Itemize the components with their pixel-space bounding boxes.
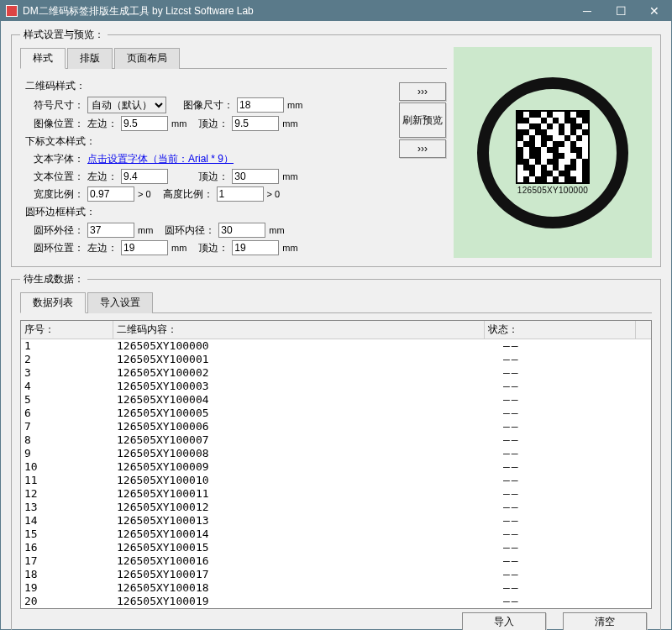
preview-panel: 126505XY100000	[454, 47, 652, 258]
window-title: DM二维码标签排版生成工具 by Lizcst Software Lab	[23, 4, 570, 18]
table-row[interactable]: 17126505XY100016——	[21, 554, 651, 568]
data-table: 序号： 二维码内容： 状态： 1126505XY100000——2126505X…	[20, 320, 652, 609]
ring-outer-label: 圆环外径：	[34, 223, 84, 238]
table-row[interactable]: 1126505XY100000——	[21, 339, 651, 353]
ring-outer-input[interactable]	[87, 223, 134, 238]
style-preview-legend: 样式设置与预览：	[20, 28, 108, 42]
tab-data-list[interactable]: 数据列表	[20, 292, 86, 313]
qr-section-label: 二维码样式：	[25, 79, 398, 93]
table-row[interactable]: 5126505XY100004——	[21, 393, 651, 407]
width-ratio-label: 宽度比例：	[34, 187, 84, 202]
app-icon	[6, 5, 18, 17]
table-row[interactable]: 13126505XY100012——	[21, 501, 651, 514]
app-window: DM二维码标签排版生成工具 by Lizcst Software Lab ─ ☐…	[0, 0, 672, 630]
maximize-button[interactable]: ☐	[604, 1, 638, 21]
table-row[interactable]: 16126505XY100015——	[21, 541, 651, 554]
preview-caption: 126505XY100000	[517, 186, 588, 195]
image-size-input[interactable]	[237, 97, 284, 113]
table-row[interactable]: 7126505XY100006——	[21, 420, 651, 433]
top-label: 顶边：	[198, 117, 228, 131]
image-left-input[interactable]	[121, 116, 168, 131]
table-row[interactable]: 10126505XY100009——	[21, 460, 651, 474]
ring-inner-label: 圆环内径：	[165, 223, 215, 238]
table-row[interactable]: 20126505XY100019——	[21, 595, 651, 608]
table-row[interactable]: 14126505XY100013——	[21, 514, 651, 528]
ring-top-input[interactable]	[232, 240, 279, 255]
table-row[interactable]: 6126505XY100005——	[21, 407, 651, 420]
font-label: 文本字体：	[34, 152, 84, 166]
table-row[interactable]: 19126505XY100018——	[21, 581, 651, 595]
style-tabs: 样式 排版 页面布局	[20, 47, 447, 69]
subscript-section-label: 下标文本样式：	[25, 134, 398, 149]
table-row[interactable]: 2126505XY100001——	[21, 353, 651, 366]
image-top-input[interactable]	[232, 116, 279, 131]
data-gen-group: 待生成数据： 数据列表 导入设置 序号： 二维码内容： 状态： 1126505X…	[11, 272, 661, 630]
minimize-button[interactable]: ─	[570, 1, 604, 21]
import-button[interactable]: 导入	[462, 612, 546, 630]
refresh-preview-button[interactable]: 刷新预览	[399, 102, 446, 138]
clear-button[interactable]: 清空	[563, 612, 647, 630]
titlebar: DM二维码标签排版生成工具 by Lizcst Software Lab ─ ☐…	[1, 1, 671, 21]
arrows-down-button[interactable]: ›››	[399, 139, 446, 158]
col-content[interactable]: 二维码内容：	[113, 321, 485, 339]
data-tabs: 数据列表 导入设置	[20, 291, 652, 313]
tab-style[interactable]: 样式	[20, 48, 66, 69]
style-preview-group: 样式设置与预览： 样式 排版 页面布局 二维码样式： 符号尺寸： 自动（默认）	[11, 28, 661, 267]
ring-left-input[interactable]	[121, 240, 168, 255]
table-row[interactable]: 12126505XY100011——	[21, 487, 651, 501]
symbol-size-label: 符号尺寸：	[34, 98, 84, 113]
text-pos-label: 文本位置：	[34, 170, 84, 184]
datamatrix-preview	[516, 110, 590, 184]
left-label: 左边：	[87, 117, 118, 131]
tab-import-settings[interactable]: 导入设置	[87, 292, 153, 313]
unit-mm: mm	[287, 100, 302, 110]
text-left-input[interactable]	[121, 169, 168, 184]
ring-section-label: 圆环边框样式：	[25, 205, 398, 219]
width-ratio-input[interactable]	[87, 186, 134, 202]
image-pos-label: 图像位置：	[34, 117, 84, 131]
arrows-up-button[interactable]: ›››	[399, 82, 446, 101]
font-link[interactable]: 点击设置字体（当前：Arial * 9）	[87, 152, 234, 166]
table-body[interactable]: 1126505XY100000——2126505XY100001——312650…	[21, 339, 651, 608]
height-ratio-input[interactable]	[217, 186, 264, 202]
image-size-label: 图像尺寸：	[183, 98, 234, 113]
table-row[interactable]: 8126505XY100007——	[21, 433, 651, 447]
table-row[interactable]: 11126505XY100010——	[21, 474, 651, 487]
height-ratio-label: 高度比例：	[163, 187, 213, 202]
close-button[interactable]: ✕	[638, 1, 671, 21]
tab-layout[interactable]: 排版	[67, 48, 113, 69]
table-row[interactable]: 3126505XY100002——	[21, 366, 651, 380]
col-seq[interactable]: 序号：	[21, 321, 113, 339]
tab-page[interactable]: 页面布局	[114, 48, 180, 69]
text-top-input[interactable]	[232, 169, 279, 184]
ring-pos-label: 圆环位置：	[34, 241, 84, 255]
table-row[interactable]: 18126505XY100017——	[21, 568, 651, 581]
col-scroll-spacer	[636, 321, 651, 339]
ring-preview: 126505XY100000	[477, 77, 628, 228]
col-status[interactable]: 状态：	[485, 321, 636, 339]
table-row[interactable]: 15126505XY100014——	[21, 528, 651, 541]
table-row[interactable]: 9126505XY100008——	[21, 447, 651, 460]
ring-inner-input[interactable]	[218, 223, 265, 238]
symbol-size-select[interactable]: 自动（默认）	[87, 97, 166, 113]
table-row[interactable]: 4126505XY100003——	[21, 380, 651, 393]
data-gen-legend: 待生成数据：	[20, 272, 87, 286]
